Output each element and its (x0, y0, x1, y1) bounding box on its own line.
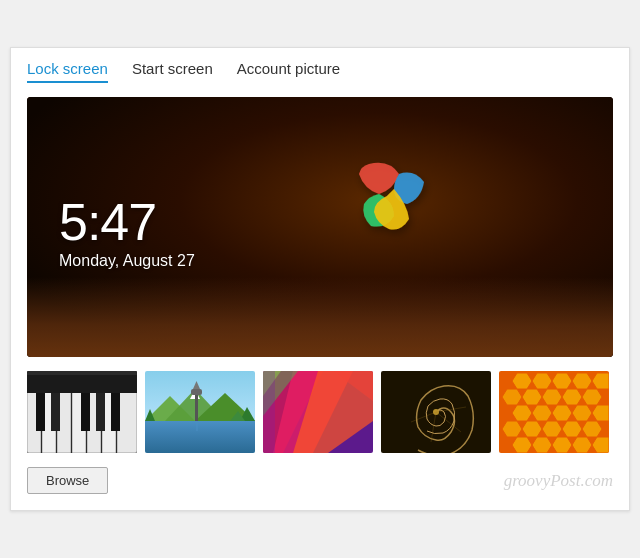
svg-rect-14 (27, 371, 137, 375)
svg-marker-48 (502, 389, 522, 405)
tab-start-screen[interactable]: Start screen (132, 60, 213, 83)
svg-marker-46 (572, 373, 592, 389)
clock-display: 5:47 Monday, August 27 (59, 196, 195, 270)
lock-screen-preview: 5:47 Monday, August 27 (27, 97, 613, 357)
svg-marker-50 (542, 389, 562, 405)
svg-marker-52 (582, 389, 602, 405)
svg-marker-63 (512, 437, 532, 453)
tab-bar: Lock screen Start screen Account picture (27, 60, 613, 83)
svg-marker-55 (552, 405, 572, 421)
clock-date: Monday, August 27 (59, 252, 195, 270)
svg-marker-49 (522, 389, 542, 405)
svg-rect-22 (191, 389, 202, 395)
svg-rect-10 (81, 391, 90, 431)
svg-marker-58 (502, 421, 522, 437)
thumbnail-shell[interactable] (381, 371, 491, 453)
svg-marker-59 (522, 421, 542, 437)
svg-rect-9 (51, 391, 60, 431)
bottom-row: Browse groovyPost.com (27, 467, 613, 494)
svg-rect-11 (96, 391, 105, 431)
svg-marker-44 (532, 373, 552, 389)
thumbnail-abstract[interactable] (263, 371, 373, 453)
svg-rect-20 (145, 421, 255, 453)
svg-marker-45 (552, 373, 572, 389)
svg-marker-65 (552, 437, 572, 453)
svg-marker-53 (512, 405, 532, 421)
svg-marker-56 (572, 405, 592, 421)
svg-marker-62 (582, 421, 602, 437)
svg-marker-43 (512, 373, 532, 389)
svg-marker-66 (572, 437, 592, 453)
tab-lock-screen[interactable]: Lock screen (27, 60, 108, 83)
thumbnail-honeycomb[interactable] (499, 371, 609, 453)
clock-time: 5:47 (59, 196, 195, 248)
browse-button[interactable]: Browse (27, 467, 108, 494)
svg-rect-24 (196, 421, 198, 431)
thumbnail-row (27, 371, 613, 453)
svg-marker-60 (542, 421, 562, 437)
settings-panel: Lock screen Start screen Account picture (10, 47, 630, 511)
svg-marker-61 (562, 421, 582, 437)
thumbnail-seattle[interactable] (145, 371, 255, 453)
watermark-text: groovyPost.com (504, 471, 613, 491)
svg-marker-51 (562, 389, 582, 405)
preview-surface (27, 277, 613, 357)
svg-rect-12 (111, 391, 120, 431)
tab-account-picture[interactable]: Account picture (237, 60, 340, 83)
svg-marker-54 (532, 405, 552, 421)
windows-logo (289, 144, 449, 264)
svg-rect-35 (263, 371, 275, 453)
thumbnail-piano[interactable] (27, 371, 137, 453)
svg-rect-8 (36, 391, 45, 431)
svg-marker-64 (532, 437, 552, 453)
